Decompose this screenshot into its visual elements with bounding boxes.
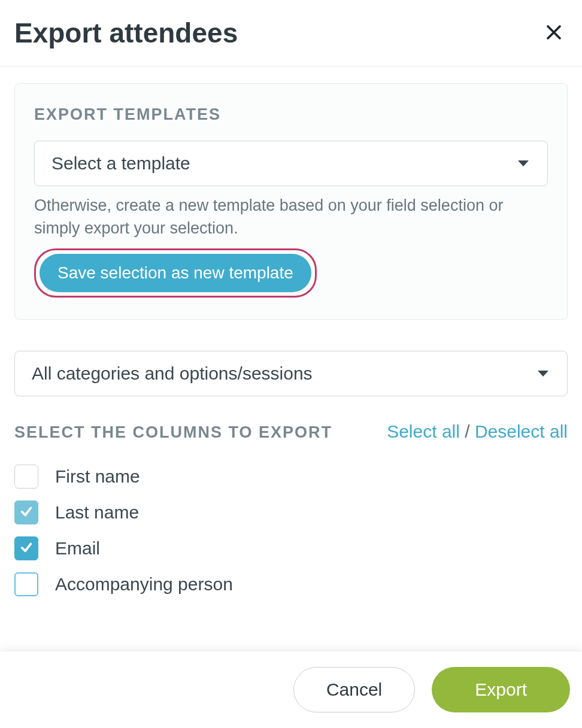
- column-item: First name: [14, 459, 568, 495]
- column-checkbox-accompanying-person[interactable]: [14, 572, 38, 596]
- modal-header: Export attendees: [0, 0, 582, 66]
- svg-marker-2: [518, 160, 529, 166]
- link-separator: /: [460, 421, 475, 441]
- svg-marker-3: [538, 371, 548, 377]
- category-dropdown[interactable]: All categories and options/sessions: [14, 351, 568, 396]
- modal-title: Export attendees: [14, 17, 238, 49]
- column-label: Email: [55, 538, 100, 559]
- column-checkbox-email[interactable]: [14, 536, 38, 560]
- check-icon: [20, 541, 33, 556]
- deselect-all-link[interactable]: Deselect all: [475, 421, 568, 441]
- column-checkbox-last-name[interactable]: [14, 500, 38, 524]
- template-select-value: Select a template: [51, 153, 190, 174]
- column-label: Accompanying person: [55, 574, 233, 594]
- select-all-link[interactable]: Select all: [387, 421, 460, 441]
- close-icon: [545, 19, 563, 47]
- column-item: Last name: [14, 495, 568, 530]
- column-item: Email: [14, 530, 568, 566]
- check-icon: [20, 505, 33, 520]
- save-template-button[interactable]: Save selection as new template: [40, 254, 311, 292]
- columns-heading: SELECT THE COLUMNS TO EXPORT: [14, 423, 332, 442]
- export-templates-heading: EXPORT TEMPLATES: [34, 105, 548, 124]
- save-template-highlight: Save selection as new template: [34, 248, 317, 298]
- close-button[interactable]: [540, 18, 568, 48]
- category-select-value: All categories and options/sessions: [32, 363, 313, 384]
- category-select-button[interactable]: All categories and options/sessions: [14, 351, 568, 396]
- modal-footer: Cancel Export: [0, 651, 582, 728]
- modal-body: EXPORT TEMPLATES Select a template Other…: [0, 66, 582, 614]
- template-select-dropdown[interactable]: Select a template: [34, 141, 548, 186]
- column-label: Last name: [55, 502, 139, 523]
- column-item: Accompanying person: [14, 566, 568, 602]
- export-button[interactable]: Export: [432, 667, 570, 712]
- caret-down-icon: [536, 369, 550, 378]
- columns-checkbox-list: First name Last name Email: [14, 459, 568, 602]
- template-helper-text: Otherwise, create a new template based o…: [34, 195, 548, 240]
- cancel-button[interactable]: Cancel: [293, 667, 415, 712]
- column-label: First name: [55, 466, 140, 487]
- template-select-button[interactable]: Select a template: [34, 141, 548, 186]
- caret-down-icon: [516, 159, 531, 168]
- export-templates-panel: EXPORT TEMPLATES Select a template Other…: [14, 83, 568, 320]
- select-links-group: Select all / Deselect all: [387, 421, 568, 442]
- column-checkbox-first-name[interactable]: [14, 465, 38, 489]
- columns-header-row: SELECT THE COLUMNS TO EXPORT Select all …: [14, 421, 568, 442]
